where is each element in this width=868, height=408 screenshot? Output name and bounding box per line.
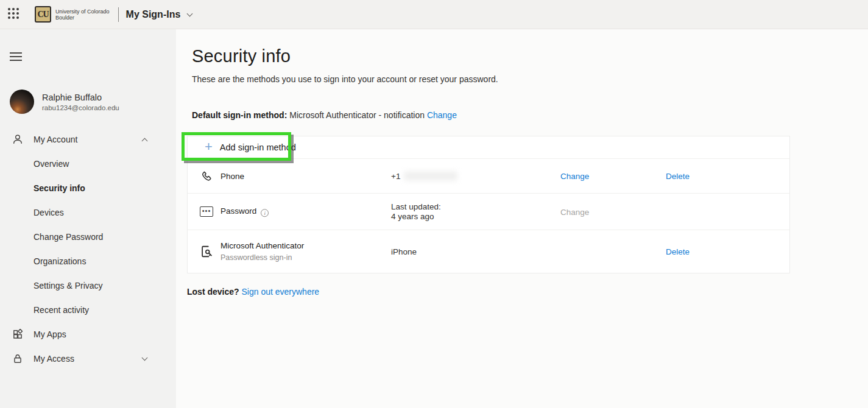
sidebar-item-label: Organizations — [34, 256, 86, 266]
chevron-down-icon — [187, 10, 193, 16]
sidebar-item-label: Security info — [34, 183, 85, 193]
add-sign-in-method-row: + Add sign-in method — [188, 136, 789, 159]
user-name: Ralphie Buffalo — [42, 93, 119, 102]
phone-number-value: +1 — [391, 172, 457, 181]
sidebar-item-label: My Apps — [34, 329, 66, 339]
default-sign-in-method: Default sign-in method: Microsoft Authen… — [192, 110, 457, 120]
lost-device-line: Lost device? Sign out everywhere — [187, 287, 319, 297]
sidebar-item-my-account[interactable]: My Account — [0, 127, 176, 152]
sidebar-item-settings-privacy[interactable]: Settings & Privacy — [0, 273, 176, 298]
plus-icon: + — [205, 140, 213, 153]
sidebar-item-label: My Access — [34, 354, 74, 364]
sidebar-item-label: Settings & Privacy — [34, 281, 103, 290]
redacted-phone-number — [404, 172, 457, 181]
sidebar-item-overview[interactable]: Overview — [0, 152, 176, 176]
phone-icon — [200, 169, 213, 183]
sidebar-item-recent-activity[interactable]: Recent activity — [0, 298, 176, 322]
top-bar: CU University of Colorado Boulder My Sig… — [0, 0, 868, 29]
sidebar-item-my-access[interactable]: My Access — [0, 346, 176, 371]
default-method-label: Default sign-in method: — [192, 110, 287, 120]
phone-change-link[interactable]: Change — [560, 172, 589, 181]
method-name: Passwordi — [221, 206, 269, 217]
method-name: Microsoft Authenticator Passwordless sig… — [221, 241, 304, 262]
page-subtitle: These are the methods you use to sign in… — [192, 74, 498, 84]
add-sign-in-method-label: Add sign-in method — [220, 142, 296, 152]
sign-out-everywhere-link[interactable]: Sign out everywhere — [241, 287, 319, 297]
authenticator-subtitle: Passwordless sign-in — [221, 253, 304, 262]
app-title-menu[interactable]: My Sign-Ins — [126, 9, 192, 20]
avatar[interactable] — [10, 90, 34, 114]
user-profile: Ralphie Buffalo rabu1234@colorado.edu — [10, 90, 119, 114]
main-content: Security info These are the methods you … — [176, 29, 868, 408]
chevron-down-icon — [142, 355, 148, 361]
method-row-phone: Phone +1 Change Delete — [188, 159, 789, 194]
authenticator-icon — [200, 245, 213, 258]
sidebar-item-label: Change Password — [34, 232, 103, 242]
password-change-link-disabled: Change — [560, 207, 589, 216]
sidebar: Ralphie Buffalo rabu1234@colorado.edu My… — [0, 29, 176, 408]
add-sign-in-method-button[interactable]: + Add sign-in method — [205, 136, 296, 158]
my-signins-app: CU University of Colorado Boulder My Sig… — [0, 0, 868, 408]
default-method-change-link[interactable]: Change — [427, 110, 457, 120]
cu-logo-icon: CU — [35, 6, 51, 23]
person-icon — [12, 134, 23, 145]
last-updated-value: 4 years ago — [391, 212, 441, 222]
method-row-password: ••• Passwordi Last updated: 4 years ago … — [188, 194, 789, 230]
sign-in-methods-table: + Add sign-in method Phone +1 Change Del… — [187, 136, 790, 273]
sidebar-item-label: My Account — [34, 135, 77, 144]
sidebar-item-change-password[interactable]: Change Password — [0, 225, 176, 249]
authenticator-device: iPhone — [391, 247, 417, 256]
sidebar-item-organizations[interactable]: Organizations — [0, 249, 176, 273]
last-updated-label: Last updated: — [391, 202, 441, 212]
apps-grid-icon — [12, 329, 23, 340]
page-title: Security info — [192, 46, 291, 66]
sidebar-item-security-info[interactable]: Security info — [0, 176, 176, 200]
sidebar-item-label: Recent activity — [34, 305, 89, 315]
authenticator-delete-link[interactable]: Delete — [666, 247, 690, 256]
password-last-updated: Last updated: 4 years ago — [391, 202, 441, 222]
password-icon: ••• — [200, 205, 213, 219]
sidebar-item-devices[interactable]: Devices — [0, 200, 176, 225]
info-icon[interactable]: i — [261, 209, 269, 217]
phone-delete-link[interactable]: Delete — [666, 172, 690, 181]
lost-device-label: Lost device? — [187, 287, 239, 297]
sidebar-item-label: Devices — [34, 208, 64, 217]
topbar-divider — [118, 7, 119, 22]
hamburger-menu-icon[interactable] — [10, 52, 22, 61]
method-name: Phone — [221, 172, 244, 181]
app-launcher-icon[interactable] — [8, 8, 21, 21]
organization-name: University of Colorado Boulder — [55, 9, 110, 21]
sidebar-item-label: Overview — [34, 159, 69, 169]
password-label: Password — [221, 206, 256, 216]
default-method-value: Microsoft Authenticator - notification — [289, 110, 425, 120]
chevron-up-icon — [142, 138, 148, 144]
sidebar-item-my-apps[interactable]: My Apps — [0, 322, 176, 346]
user-email: rabu1234@colorado.edu — [42, 104, 119, 111]
authenticator-label: Microsoft Authenticator — [221, 241, 304, 251]
organization-logo[interactable]: CU University of Colorado Boulder — [35, 6, 110, 23]
lock-icon — [12, 353, 23, 364]
method-row-authenticator: Microsoft Authenticator Passwordless sig… — [188, 230, 789, 273]
app-title-label: My Sign-Ins — [126, 9, 181, 20]
phone-prefix: +1 — [391, 172, 400, 181]
